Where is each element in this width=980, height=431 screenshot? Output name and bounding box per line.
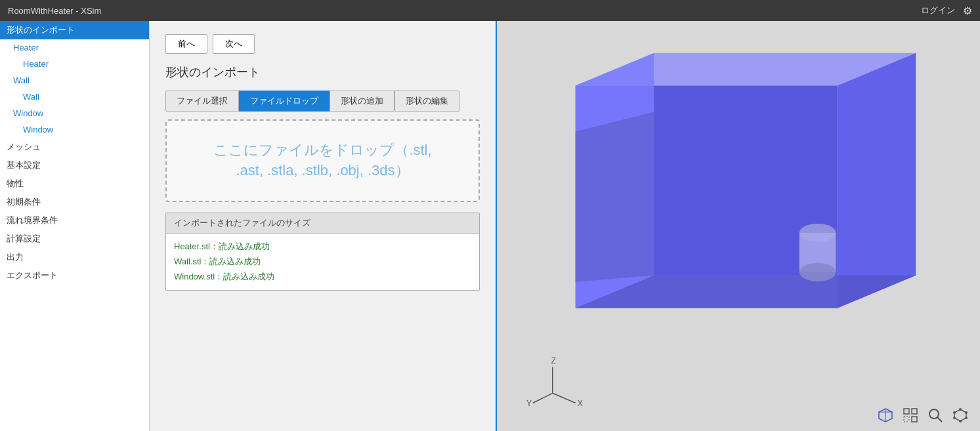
app-title: RoomWithHeater - XSim [8, 6, 101, 16]
svg-point-10 [799, 262, 836, 281]
sidebar-item-output[interactable]: 出力 [0, 248, 149, 266]
sidebar-item-wall-1[interactable]: Wall [0, 72, 149, 89]
scene-container: Z X Y [497, 21, 980, 431]
svg-text:X: X [578, 399, 583, 408]
svg-marker-3 [838, 52, 916, 308]
rotate-cube-icon[interactable] [951, 406, 969, 424]
zoom-icon[interactable] [926, 406, 945, 424]
svg-line-28 [937, 417, 942, 422]
svg-point-32 [953, 411, 956, 414]
file-list: Heater.stl：読み込み成功 Wall.stl：読み込み成功 Window… [165, 234, 480, 291]
svg-rect-20 [904, 409, 909, 414]
sidebar-item-flow-boundary[interactable]: 流れ境界条件 [0, 211, 149, 230]
gear-icon[interactable]: ⚙ [963, 5, 972, 17]
file-item-window: Window.stl：読み込み成功 [174, 269, 471, 284]
login-button[interactable]: ログイン [921, 5, 955, 16]
tab-file-select[interactable]: ファイル選択 [165, 91, 239, 112]
tab-edit-shape[interactable]: 形状の編集 [394, 91, 459, 112]
grid-icon[interactable] [901, 406, 920, 424]
file-item-wall: Wall.stl：読み込み成功 [174, 254, 471, 269]
svg-point-34 [965, 417, 968, 419]
svg-rect-22 [912, 417, 917, 422]
bottom-toolbar [876, 406, 969, 424]
svg-text:Z: Z [551, 356, 556, 365]
sidebar-item-wall-2[interactable]: Wall [0, 89, 149, 105]
sidebar-item-mesh[interactable]: メッシュ [0, 138, 149, 156]
sidebar: 形状のインポート Heater Heater Wall Wall Window … [0, 21, 150, 431]
file-size-header: インポートされたファイルのサイズ [165, 213, 480, 234]
nav-buttons: 前へ 次へ [165, 34, 480, 54]
svg-text:Y: Y [526, 399, 532, 408]
3d-scene: Z X Y [497, 33, 980, 420]
tab-bar: ファイル選択 ファイルドロップ 形状の追加 形状の編集 [165, 91, 480, 112]
svg-point-30 [959, 408, 962, 411]
sidebar-item-heater-1[interactable]: Heater [0, 39, 149, 56]
sidebar-item-import-shape[interactable]: 形状のインポート [0, 21, 149, 39]
viewport: Z X Y [496, 21, 980, 431]
svg-point-35 [953, 417, 956, 419]
section-title: 形状のインポート [165, 64, 480, 80]
sidebar-item-export[interactable]: エクスポート [0, 266, 149, 285]
drop-zone[interactable]: ここにファイルをドロップ（.stl,.ast, .stla, .stlb, .o… [165, 119, 480, 202]
sidebar-item-initial-conditions[interactable]: 初期条件 [0, 193, 149, 211]
sidebar-item-basic-settings[interactable]: 基本設定 [0, 156, 149, 174]
next-button[interactable]: 次へ [213, 34, 255, 54]
svg-rect-21 [912, 409, 917, 414]
drop-zone-text: ここにファイルをドロップ（.stl,.ast, .stla, .stlb, .o… [213, 140, 431, 181]
title-bar-right: ログイン ⚙ [921, 5, 972, 17]
svg-marker-29 [954, 409, 966, 421]
sidebar-item-window-2[interactable]: Window [0, 121, 149, 138]
file-item-heater: Heater.stl：読み込み成功 [174, 239, 471, 254]
sidebar-item-window-1[interactable]: Window [0, 105, 149, 121]
svg-point-31 [965, 411, 968, 414]
cube-icon[interactable] [876, 406, 895, 424]
prev-button[interactable]: 前へ [165, 34, 207, 54]
title-bar: RoomWithHeater - XSim ログイン ⚙ [0, 0, 980, 21]
svg-point-33 [959, 420, 962, 422]
svg-point-27 [929, 409, 939, 419]
sidebar-item-properties[interactable]: 物性 [0, 174, 149, 193]
main-layout: 形状のインポート Heater Heater Wall Wall Window … [0, 21, 980, 431]
svg-marker-7 [576, 112, 654, 281]
content-area: 前へ 次へ 形状のインポート ファイル選択 ファイルドロップ 形状の追加 形状の… [150, 21, 496, 431]
tab-file-drop[interactable]: ファイルドロップ [239, 91, 330, 112]
tab-add-shape[interactable]: 形状の追加 [330, 91, 394, 112]
sidebar-item-heater-2[interactable]: Heater [0, 56, 149, 72]
sidebar-item-calc-settings[interactable]: 計算設定 [0, 230, 149, 248]
